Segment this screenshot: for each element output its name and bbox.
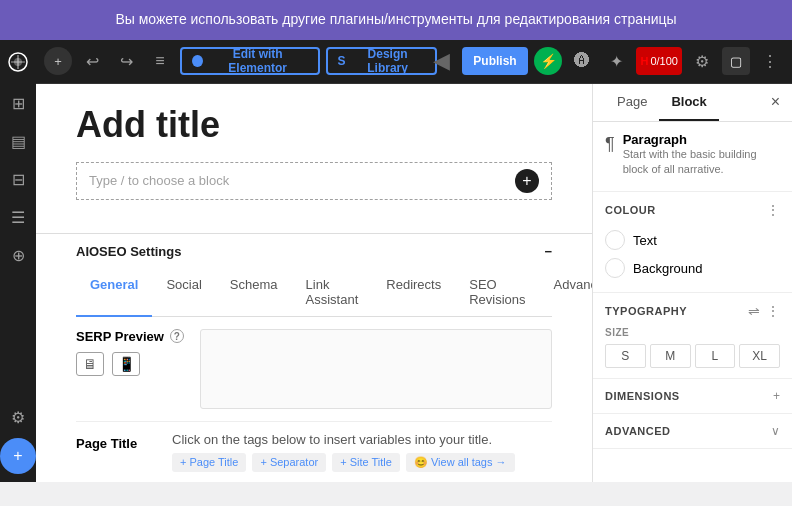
- publish-button[interactable]: Publish: [462, 47, 529, 75]
- redo-button[interactable]: ↪: [112, 47, 140, 75]
- typography-filter-icon[interactable]: ⇌: [748, 303, 760, 319]
- background-color-label: Background: [633, 261, 702, 276]
- block-add-button[interactable]: +: [515, 169, 539, 193]
- background-color-circle: [605, 258, 625, 278]
- paragraph-section: ¶ Paragraph Start with the basic buildin…: [593, 122, 792, 193]
- size-s-button[interactable]: S: [605, 344, 646, 368]
- size-l-button[interactable]: L: [695, 344, 736, 368]
- right-sidebar-header: Page Block ×: [593, 84, 792, 122]
- serp-preview-label: SERP Preview ?: [76, 329, 184, 344]
- preview-button[interactable]: ▢: [722, 47, 750, 75]
- block-placeholder[interactable]: Type / to choose a block +: [76, 162, 552, 200]
- size-label: SIZE: [605, 327, 780, 338]
- page-title-label: Page Title: [76, 432, 156, 451]
- wp-sidebar: ⊞ ▤ ⊟ ☰ ⊕ ⚙ +: [0, 40, 36, 482]
- paragraph-title: Paragraph: [623, 132, 780, 147]
- design-library-button[interactable]: S Design Library: [326, 47, 437, 75]
- text-color-circle: [605, 230, 625, 250]
- arrow-indicator: ◀: [433, 48, 450, 74]
- tag-separator[interactable]: + Separator: [252, 453, 326, 472]
- size-buttons: S M L XL: [605, 344, 780, 368]
- mobile-icon[interactable]: 📱: [112, 352, 140, 376]
- editor-title[interactable]: Add title: [76, 104, 552, 146]
- paragraph-info: ¶ Paragraph Start with the basic buildin…: [605, 132, 780, 178]
- paragraph-icon: ¶: [605, 134, 615, 155]
- page-title-content: Click on the tags below to insert variab…: [172, 432, 552, 472]
- background-color-option[interactable]: Background: [605, 254, 780, 282]
- page-title-row: Page Title Click on the tags below to in…: [76, 421, 552, 482]
- circle-a-button[interactable]: 🅐: [568, 47, 596, 75]
- aioseo-panel: AIOSEO Settings − General Social Schema …: [36, 233, 592, 482]
- content-area: + ↩ ↪ ≡ Edit with Elementor S Design Lib…: [36, 40, 792, 482]
- tag-view-all[interactable]: 😊 View all tags →: [406, 453, 515, 472]
- typography-options-icon[interactable]: ⋮: [766, 303, 780, 319]
- wp-logo-icon[interactable]: [0, 44, 36, 80]
- tooltip-banner: Вы можете использовать другие плагины/ин…: [0, 0, 792, 40]
- serp-preview-section: SERP Preview ? 🖥 📱: [76, 329, 184, 376]
- advanced-expand-icon[interactable]: ∨: [771, 424, 780, 438]
- sidebar-add-icon[interactable]: +: [0, 438, 36, 474]
- bolt-button[interactable]: ⚡: [534, 47, 562, 75]
- star-button[interactable]: ✦: [602, 47, 630, 75]
- advanced-section: Advanced ∨: [593, 414, 792, 449]
- seo-score-button[interactable]: H 0/100: [636, 47, 682, 75]
- typography-header: Typography ⇌ ⋮: [605, 303, 780, 319]
- tag-site-title[interactable]: + Site Title: [332, 453, 400, 472]
- sidebar-link-icon[interactable]: ⊕: [0, 238, 36, 274]
- aioseo-tab-general[interactable]: General: [76, 269, 152, 317]
- colour-header: Colour ⋮: [605, 202, 780, 218]
- paragraph-desc: Start with the basic building block of a…: [623, 147, 780, 178]
- aioseo-tab-advance[interactable]: Advance: [540, 269, 592, 317]
- svg-point-1: [14, 58, 22, 66]
- aioseo-tab-schema[interactable]: Schema: [216, 269, 292, 317]
- right-sidebar: Page Block × ¶ Paragraph Start with the …: [592, 84, 792, 482]
- tag-page-title[interactable]: + Page Title: [172, 453, 246, 472]
- list-view-button[interactable]: ≡: [146, 47, 174, 75]
- more-options-button[interactable]: ⋮: [756, 47, 784, 75]
- serp-device-icons: 🖥 📱: [76, 352, 184, 376]
- aioseo-tab-seo-revisions[interactable]: SEO Revisions: [455, 269, 539, 317]
- size-xl-button[interactable]: XL: [739, 344, 780, 368]
- aioseo-tab-social[interactable]: Social: [152, 269, 215, 317]
- edit-elementor-button[interactable]: Edit with Elementor: [180, 47, 320, 75]
- sidebar-list-icon[interactable]: ☰: [0, 200, 36, 236]
- dimensions-section: Dimensions +: [593, 379, 792, 414]
- text-color-label: Text: [633, 233, 657, 248]
- top-toolbar: + ↩ ↪ ≡ Edit with Elementor S Design Lib…: [36, 40, 792, 84]
- size-m-button[interactable]: M: [650, 344, 691, 368]
- editor-content[interactable]: Add title Type / to choose a block +: [36, 84, 592, 233]
- aioseo-header[interactable]: AIOSEO Settings −: [76, 234, 552, 269]
- serp-preview-box: [200, 329, 552, 409]
- aioseo-body: SERP Preview ? 🖥 📱: [76, 317, 552, 421]
- tab-page[interactable]: Page: [605, 84, 659, 121]
- banner-text: Вы можете использовать другие плагины/ин…: [115, 11, 676, 27]
- desktop-icon[interactable]: 🖥: [76, 352, 104, 376]
- undo-button[interactable]: ↩: [78, 47, 106, 75]
- colour-label: Colour: [605, 204, 656, 216]
- sidebar-grid-icon[interactable]: ⊞: [0, 86, 36, 122]
- typography-label: Typography: [605, 305, 687, 317]
- settings-button[interactable]: ⚙: [688, 47, 716, 75]
- aioseo-collapse-icon[interactable]: −: [544, 244, 552, 259]
- dimensions-label: Dimensions: [605, 390, 680, 402]
- tab-block[interactable]: Block: [659, 84, 718, 121]
- close-button[interactable]: ×: [771, 93, 780, 111]
- sidebar-page-icon[interactable]: ▤: [0, 124, 36, 160]
- aioseo-tab-link-assistant[interactable]: Link Assistant: [292, 269, 373, 317]
- colour-section: Colour ⋮ Text Background: [593, 192, 792, 293]
- typography-section: Typography ⇌ ⋮ SIZE S M L XL: [593, 293, 792, 379]
- aioseo-tabs: General Social Schema Link Assistant Red…: [76, 269, 552, 317]
- tag-buttons: + Page Title + Separator + Site Title 😊 …: [172, 453, 552, 472]
- dimensions-expand-icon[interactable]: +: [773, 389, 780, 403]
- colour-options-icon[interactable]: ⋮: [766, 202, 780, 218]
- advanced-label: Advanced: [605, 425, 671, 437]
- sidebar-image-icon[interactable]: ⊟: [0, 162, 36, 198]
- sidebar-settings-icon[interactable]: ⚙: [0, 400, 36, 436]
- help-icon: ?: [170, 329, 184, 343]
- aioseo-title: AIOSEO Settings: [76, 244, 181, 259]
- text-color-option[interactable]: Text: [605, 226, 780, 254]
- page-title-instruction: Click on the tags below to insert variab…: [172, 432, 552, 447]
- add-block-button[interactable]: +: [44, 47, 72, 75]
- aioseo-tab-redirects[interactable]: Redirects: [372, 269, 455, 317]
